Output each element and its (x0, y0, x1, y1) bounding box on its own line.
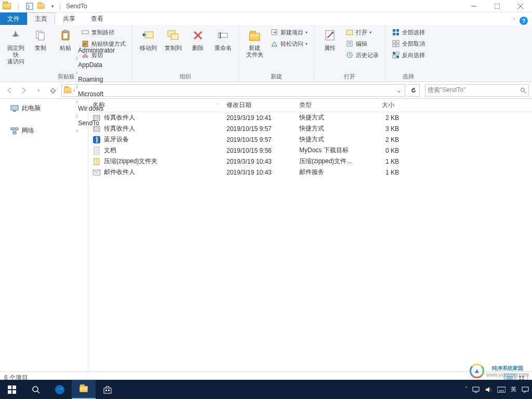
column-header-name[interactable]: 名称ˆ (88, 101, 222, 110)
file-list[interactable]: 传真收件人2019/3/19 10:41快捷方式2 KB传真收件人2019/10… (88, 112, 532, 371)
file-size: 2 KB (362, 136, 403, 143)
address-dropdown[interactable]: ⌄ (394, 87, 404, 94)
table-row[interactable]: 蓝牙设备2019/10/15 9:57快捷方式2 KB (88, 134, 532, 145)
move-to-button[interactable]: 移动到 (137, 27, 159, 52)
new-folder-button[interactable]: 新建 文件夹 (243, 27, 266, 59)
new-item-icon: ✦ (270, 28, 278, 36)
sidebar-item-network[interactable]: 网络 (0, 124, 88, 137)
chevron-right-icon[interactable]: › (76, 84, 77, 90)
tab-view[interactable]: 查看 (83, 12, 111, 25)
svg-rect-10 (82, 31, 88, 34)
table-row[interactable]: 传真收件人2019/10/15 9:57快捷方式3 KB (88, 123, 532, 134)
tab-share[interactable]: 共享 (55, 12, 83, 25)
svg-rect-33 (396, 29, 399, 32)
svg-rect-71 (522, 376, 524, 378)
tray-chevron-icon[interactable]: ˆ (466, 387, 467, 392)
select-all-button[interactable]: 全部选择 (390, 27, 427, 37)
qat-dropdown[interactable]: ▾ (48, 2, 57, 11)
tray-volume-icon[interactable] (485, 386, 492, 393)
properties-button[interactable]: 属性 (318, 27, 341, 52)
select-none-icon (392, 39, 400, 48)
paste-button[interactable]: 粘贴 (54, 27, 77, 52)
sort-indicator-icon: ˆ (216, 103, 218, 108)
file-type: 邮件服务 (299, 168, 362, 177)
search-input[interactable]: 搜索"SendTo" (425, 84, 529, 97)
minimize-button[interactable] (462, 0, 485, 12)
file-pane: 名称ˆ 修改日期 类型 大小 传真收件人2019/3/19 10:41快捷方式2… (88, 99, 532, 371)
rename-button[interactable]: 重命名 (211, 27, 234, 52)
pin-to-quick-access-button[interactable]: 固定到快 速访问 (4, 27, 27, 66)
file-type: 快捷方式 (299, 135, 362, 144)
svg-rect-18 (171, 34, 178, 39)
copy-button[interactable]: 复制 (29, 27, 52, 52)
table-row[interactable]: 压缩(zipped)文件夹2019/3/19 10:43压缩(zipped)文件… (88, 156, 532, 167)
table-row[interactable]: 邮件收件人2019/3/19 10:43邮件服务1 KB (88, 167, 532, 178)
table-row[interactable]: 传真收件人2019/3/19 10:41快捷方式2 KB (88, 112, 532, 123)
sidebar-item-this-pc[interactable]: 此电脑 (0, 102, 88, 115)
column-header-date[interactable]: 修改日期 (222, 101, 295, 110)
column-header-type[interactable]: 类型 (295, 101, 357, 110)
svg-rect-36 (393, 41, 395, 43)
help-icon[interactable]: ? (520, 17, 528, 25)
svg-rect-76 (8, 390, 11, 394)
tray-monitor-icon[interactable] (472, 386, 480, 393)
breadcrumb-item[interactable]: Microsoft (76, 90, 117, 98)
edit-button[interactable]: 编辑 (343, 38, 381, 49)
recent-dropdown[interactable]: ▾ (32, 84, 45, 97)
svg-rect-35 (396, 33, 399, 35)
taskbar-search-button[interactable] (24, 380, 48, 399)
taskbar-explorer-icon[interactable] (72, 380, 96, 399)
tray-action-center-icon[interactable] (522, 386, 529, 393)
svg-point-78 (33, 387, 38, 392)
delete-button[interactable]: 删除 (187, 27, 209, 52)
chevron-right-icon[interactable]: › (73, 87, 75, 93)
svg-rect-41 (396, 52, 399, 55)
copy-to-button[interactable]: 复制到 (162, 27, 184, 52)
copy-path-button[interactable]: 复制路径 (79, 27, 128, 37)
properties-icon (323, 28, 337, 43)
tray-ime-indicator[interactable]: 英 (511, 385, 516, 393)
maximize-button[interactable] (485, 0, 509, 12)
table-row[interactable]: 文档2019/10/15 9:56MyDocs 下载目标0 KB (88, 145, 532, 156)
start-button[interactable] (0, 380, 24, 399)
open-button[interactable]: 打开 ▾ (343, 27, 381, 37)
invert-selection-button[interactable]: 反向选择 (390, 50, 427, 60)
address-bar[interactable]: › Administrator›AppData›Roaming›Microsof… (61, 84, 405, 97)
svg-rect-77 (12, 390, 16, 394)
easy-access-button[interactable]: 轻松访问 ▾ (268, 38, 310, 49)
refresh-button[interactable] (407, 84, 420, 97)
svg-rect-0 (26, 3, 33, 9)
file-type: 压缩(zipped)文件... (299, 157, 362, 166)
back-button[interactable] (3, 84, 16, 97)
up-button[interactable] (47, 84, 59, 97)
breadcrumb-item[interactable]: Administrator (76, 47, 117, 54)
new-item-button[interactable]: ✦新建项目 ▾ (268, 27, 310, 37)
forward-button[interactable] (18, 84, 30, 97)
quick-access-toolbar: | ▾ | (0, 2, 63, 11)
column-headers: 名称ˆ 修改日期 类型 大小 (88, 99, 532, 112)
history-button[interactable]: 历史记录 (343, 50, 381, 60)
close-button[interactable] (509, 0, 532, 12)
svg-rect-54 (95, 116, 97, 118)
svg-rect-70 (519, 376, 521, 378)
svg-rect-27 (347, 30, 353, 35)
taskbar-edge-icon[interactable] (48, 380, 72, 399)
svg-rect-49 (15, 128, 18, 130)
ribbon-collapse-icon[interactable]: ˆ (514, 18, 515, 24)
search-placeholder: 搜索"SendTo" (428, 86, 466, 95)
tab-home[interactable]: 主页 (27, 12, 55, 25)
tray-keyboard-icon[interactable] (497, 387, 506, 393)
chevron-right-icon[interactable]: › (76, 55, 77, 61)
breadcrumb-item[interactable]: Roaming (76, 76, 117, 83)
svg-rect-39 (396, 44, 399, 47)
breadcrumb-item[interactable]: AppData (76, 61, 117, 69)
taskbar-store-icon[interactable] (96, 380, 119, 399)
chevron-right-icon[interactable]: › (76, 70, 77, 75)
qat-properties-icon[interactable] (25, 2, 34, 11)
svg-rect-81 (104, 388, 111, 393)
file-name: 邮件收件人 (104, 168, 135, 177)
svg-rect-87 (497, 387, 506, 392)
tab-file[interactable]: 文件 (0, 12, 27, 25)
select-none-button[interactable]: 全部取消 (390, 38, 427, 49)
column-header-size[interactable]: 大小 (357, 101, 399, 110)
